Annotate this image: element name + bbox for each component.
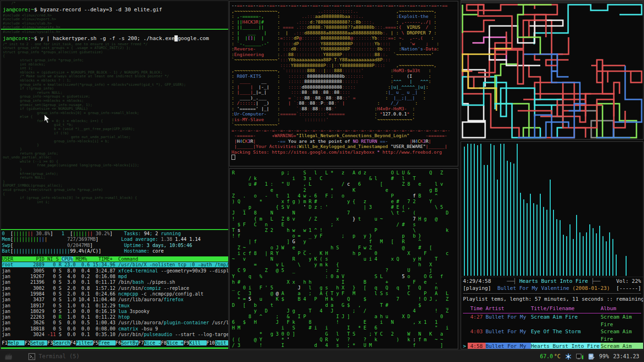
visualizer-bar xyxy=(467,144,468,276)
visualizer-bar xyxy=(537,205,537,276)
song-artist: Bullet For My xyxy=(486,343,531,349)
tmux-pane-divider xyxy=(1,347,228,349)
tmux-pane-divider[interactable] xyxy=(1,29,228,30)
music-player: 4:29/4:58 ──┤ Hearts Burst Into Fire ├──… xyxy=(463,278,641,349)
tmux-pane-divider[interactable] xyxy=(1,229,228,230)
htop-process-rows: root 2889 0 R 23.0 0.6 15:34.96 /usr/bin… xyxy=(2,262,228,337)
visualizer-bar xyxy=(583,236,584,276)
song-album: Scream Aim Fire xyxy=(601,343,643,349)
hacker-ascii-art: --==--==--==--==--==--==--==--==--==--==… xyxy=(231,3,458,166)
playlist-row[interactable]: >4:58Bullet For MyHearts Burst Into Fire… xyxy=(463,343,641,349)
visualizer-bar xyxy=(612,239,613,276)
audio-visualizer xyxy=(461,142,643,277)
visualizer-bar xyxy=(520,193,521,276)
visualizer-bar xyxy=(543,207,544,276)
visualizer-bar xyxy=(504,144,504,276)
song-album: Scream Aim Fire xyxy=(601,313,643,328)
snowflake-tray-icon[interactable] xyxy=(565,353,572,360)
track-artist: Bullet For My Valentine xyxy=(497,285,569,291)
visualizer-bar xyxy=(477,145,478,276)
visualizer-bar xyxy=(609,232,610,276)
column-album[interactable]: Album xyxy=(601,305,643,312)
visualizer-bar xyxy=(550,180,551,276)
htop-pane: 0 [||||||| 30.8%] 1 [||||||| 30.2%] Task… xyxy=(2,231,228,346)
selection-cursor xyxy=(463,313,468,328)
song-title: Scream Aim Fire xyxy=(531,313,601,328)
song-album: Scream Aim Fire xyxy=(601,328,643,343)
title-deco-left: ──┤ xyxy=(507,278,520,284)
htop-function-keys[interactable]: F1Help F2Setup F3SearchF4FilterF5Tree F6… xyxy=(2,340,228,346)
visualizer-bar xyxy=(556,219,557,276)
terminal-icon xyxy=(28,353,35,360)
track-title: Hearts Burst Into Fire xyxy=(519,278,588,284)
playlist-stats: Playlist tems, length: 57 minutes, 11 se… xyxy=(463,293,641,304)
selection-cursor: > xyxy=(463,343,468,349)
visualizer-bar xyxy=(626,256,627,276)
visualizer-bar xyxy=(593,228,594,276)
matrix-rain: R p; S l L* z Adz OLU& Q Z /k i 3s C &l … xyxy=(232,170,451,348)
visualizer-bar xyxy=(487,165,488,276)
column-title[interactable]: Title/Filename xyxy=(531,305,601,312)
shell-pane-main: #include <linux/syscalls.h>jan@core:~$ y… xyxy=(3,30,228,228)
battery-percent: 99% xyxy=(599,353,609,360)
visualizer-bar xyxy=(497,180,498,276)
window-ascii-art[interactable]: --==--==--==--==--==--==--==--==--==--==… xyxy=(229,1,458,166)
visualizer-bar xyxy=(527,203,528,276)
clipboard-tray-icon[interactable] xyxy=(588,353,595,360)
visualizer-bar xyxy=(573,239,574,276)
window-terminal-left[interactable]: /*jan@core:~$ byzanz-record --delay=3 -d… xyxy=(0,0,229,349)
window-ncmpcpp[interactable]: 4:29/4:58 ──┤ Hearts Burst Into Fire ├──… xyxy=(461,141,644,349)
title-deco-right: ├── xyxy=(588,278,601,284)
volume-bar: [------] xyxy=(616,285,641,292)
taskbar: Terminal (5) 67.0°C 99% 23:41.23 xyxy=(0,350,644,362)
visualizer-bar xyxy=(517,144,518,276)
visualizer-bar xyxy=(546,210,547,276)
song-time: 4:58 xyxy=(468,343,486,349)
visualizer-bar xyxy=(474,144,475,276)
visualizer-bar xyxy=(560,220,561,276)
visualizer-bar xyxy=(533,203,534,276)
visualizer-bar xyxy=(513,164,514,276)
visualizer-bar xyxy=(507,161,508,276)
hackertyper-code: /* init to 2 - one for init_task, one to… xyxy=(3,42,228,205)
visualizer-bar xyxy=(471,144,471,276)
selection-cursor xyxy=(463,328,468,343)
playlist-row[interactable]: 4:03Bullet For MyEye Of The StormScream … xyxy=(463,328,641,343)
visualizer-bar xyxy=(494,145,495,276)
song-artist: Bullet For My xyxy=(486,328,531,343)
pipes-canvas xyxy=(461,3,643,139)
player-state: [playing] xyxy=(463,285,491,292)
visualizer-bar xyxy=(563,235,564,276)
claw-menu-icon[interactable] xyxy=(4,352,13,361)
cpu-temperature: 67.0 xyxy=(540,353,553,360)
volume-label: Vol: 22% xyxy=(616,278,641,285)
visualizer-bar xyxy=(589,224,590,276)
song-title: Eye Of The Storm xyxy=(531,328,601,343)
shell-prompt: #include <linux/syscalls.h>jan@core:~$ y… xyxy=(3,30,228,41)
playlist-row[interactable]: 4:27Bullet For MyScream Aim FireScream A… xyxy=(463,313,641,328)
song-time: 4:27 xyxy=(468,313,486,328)
visualizer-bar xyxy=(599,226,600,276)
visualizer-bar xyxy=(530,194,531,276)
temperature-unit: °C xyxy=(554,353,561,360)
visualizer-bar xyxy=(579,232,580,276)
visualizer-bar xyxy=(576,215,577,276)
mouse-cursor xyxy=(44,114,50,124)
visualizer-bar xyxy=(500,144,501,276)
taskbar-app-button[interactable]: Terminal (5) xyxy=(25,352,83,361)
visualizer-bar xyxy=(540,194,541,276)
window-pipes[interactable] xyxy=(461,0,644,140)
window-cmatrix[interactable]: R p; S l L* z Adz OLU& Q Z /k i 3s C &l … xyxy=(229,168,458,349)
visualizer-bar xyxy=(570,224,570,276)
htop-table-header: USER PID NI S CPU% MEM% TIME+ Command xyxy=(2,256,228,262)
visualizer-bar xyxy=(490,144,491,276)
track-time: 4:29/4:58 xyxy=(463,278,491,285)
visualizer-bar xyxy=(480,144,481,276)
column-artist[interactable]: Artist xyxy=(486,305,531,312)
visualizer-bar xyxy=(523,199,524,276)
system-monitor-tray-icon[interactable] xyxy=(576,353,584,360)
visualizer-bar xyxy=(464,147,465,276)
visualizer-bar xyxy=(510,162,511,276)
shell-pane-top: /*jan@core:~$ byzanz-record --delay=3 -d… xyxy=(3,1,228,29)
column-time[interactable]: Time xyxy=(468,305,486,312)
